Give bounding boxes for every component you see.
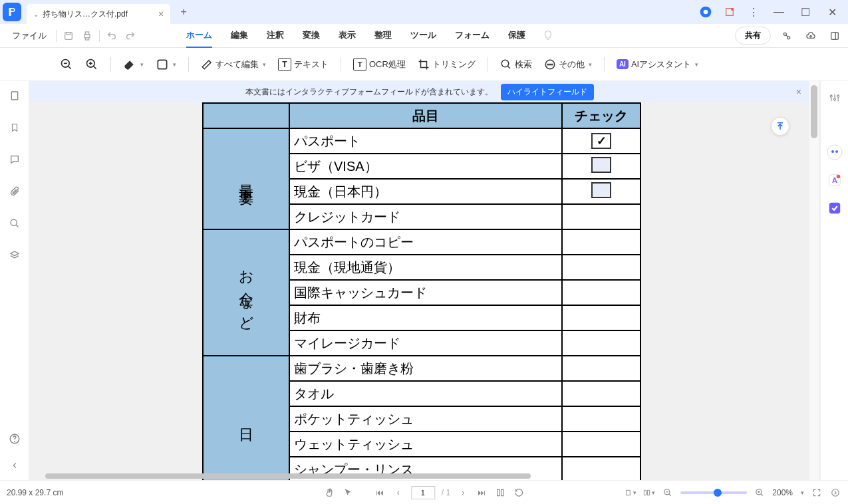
rotate-icon[interactable]: [513, 487, 525, 499]
cloud-icon[interactable]: [803, 28, 819, 44]
minimize-button[interactable]: —: [771, 4, 787, 20]
svg-line-12: [786, 35, 788, 37]
form-checkbox[interactable]: [591, 133, 611, 149]
zoom-out-status-icon[interactable]: [662, 487, 674, 499]
menu-tab-convert[interactable]: 変換: [303, 24, 320, 48]
document-area[interactable]: 本文書にはインタラクティブフォームフィールドが含まれています。 ハイライトフィー…: [29, 81, 820, 480]
svg-line-31: [16, 225, 18, 227]
horizontal-scrollbar[interactable]: [40, 472, 835, 480]
translate-icon[interactable]: A: [826, 172, 843, 189]
ai-chat-icon[interactable]: [826, 144, 843, 161]
close-window-button[interactable]: ✕: [824, 4, 840, 20]
first-page-icon[interactable]: ⏮: [374, 487, 386, 499]
search-button[interactable]: 検索: [500, 59, 532, 70]
new-tab-button[interactable]: +: [176, 4, 192, 20]
undo-icon[interactable]: [102, 27, 121, 45]
bookmark-icon[interactable]: [8, 121, 21, 134]
menu-tab-tool[interactable]: ツール: [410, 24, 436, 48]
collapse-left-icon[interactable]: [8, 459, 21, 472]
svg-rect-22: [158, 60, 166, 68]
svg-point-39: [833, 98, 835, 100]
highlighter-button[interactable]: ▾: [123, 58, 144, 71]
ocr-button[interactable]: TOCR処理: [353, 58, 406, 71]
print-icon[interactable]: [78, 27, 96, 45]
titlebar: ⌄ 持ち物リス…クス付.pdf × + ⋮ — ☐ ✕: [0, 0, 848, 24]
vertical-scrollbar[interactable]: [809, 81, 819, 480]
menu-tab-form[interactable]: フォーム: [455, 24, 490, 48]
edit-all-button[interactable]: すべて編集▾: [201, 59, 266, 70]
column-header-item: 品目: [289, 103, 562, 128]
more-icon[interactable]: ⋮: [747, 5, 760, 19]
svg-text:A: A: [832, 176, 837, 184]
menu-tab-view[interactable]: 表示: [339, 24, 356, 48]
fullscreen-icon[interactable]: [811, 487, 823, 499]
trimming-button[interactable]: トリミング: [418, 59, 476, 70]
menubar: ファイル ホーム 編集 注釈 変換 表示 整理 ツール フォーム 保護 共有: [0, 24, 848, 48]
close-tab-icon[interactable]: ×: [158, 9, 164, 19]
ai-assistant-button[interactable]: AIAIアシスタント▾: [617, 59, 698, 70]
panel-icon[interactable]: [827, 28, 843, 44]
check-cell: [562, 179, 640, 204]
comment-icon[interactable]: [8, 153, 21, 166]
zoom-in-button[interactable]: [85, 58, 98, 71]
left-rail: [0, 81, 29, 480]
svg-point-23: [501, 60, 509, 67]
other-button[interactable]: その他▾: [544, 59, 592, 70]
prev-page-icon[interactable]: ‹: [392, 487, 404, 499]
page-dimensions: 20.99 x 29.7 cm: [7, 488, 63, 497]
highlight-fields-button[interactable]: ハイライトフィールド: [501, 84, 594, 100]
share-button[interactable]: 共有: [735, 27, 771, 45]
search-panel-icon[interactable]: [8, 217, 21, 230]
zoom-in-status-icon[interactable]: [754, 487, 766, 499]
chevron-down-icon: ⌄: [33, 11, 39, 18]
item-cell: ウェットティッシュ: [289, 432, 562, 457]
help-icon[interactable]: [8, 432, 21, 445]
svg-line-24: [507, 66, 510, 68]
close-banner-icon[interactable]: ×: [796, 86, 801, 97]
app-circle-icon[interactable]: [699, 5, 712, 19]
collapse-right-icon[interactable]: [829, 487, 841, 499]
menu-tab-home[interactable]: ホーム: [186, 24, 212, 48]
menu-tab-comment[interactable]: 注釈: [267, 24, 284, 48]
attachment-icon[interactable]: [8, 185, 21, 198]
page-number-input[interactable]: [411, 486, 435, 499]
link-icon[interactable]: [779, 28, 795, 44]
notification-icon[interactable]: [723, 5, 736, 19]
hand-tool-icon[interactable]: [323, 487, 335, 499]
item-cell: パスポートのコピー: [289, 229, 562, 255]
next-page-icon[interactable]: ›: [457, 487, 469, 499]
form-checkbox[interactable]: [591, 182, 611, 198]
settings-icon[interactable]: [826, 89, 843, 106]
svg-rect-6: [84, 35, 90, 38]
app-logo[interactable]: [3, 3, 21, 21]
maximize-button[interactable]: ☐: [797, 4, 813, 20]
select-tool-icon[interactable]: [342, 487, 354, 499]
menu-tab-protect[interactable]: 保護: [508, 24, 525, 48]
page-layout-icon[interactable]: [494, 487, 506, 499]
redo-icon[interactable]: [121, 27, 140, 45]
section-label: お金など: [203, 229, 289, 356]
thumbnail-icon[interactable]: [8, 89, 21, 102]
read-mode-icon[interactable]: ▾: [643, 487, 655, 499]
file-menu[interactable]: ファイル: [5, 30, 53, 42]
last-page-icon[interactable]: ⏭: [476, 487, 488, 499]
fit-width-icon[interactable]: ▾: [625, 487, 636, 499]
menu-tab-organize[interactable]: 整理: [374, 24, 392, 48]
document-tab[interactable]: ⌄ 持ち物リス…クス付.pdf ×: [27, 4, 170, 24]
form-checkbox[interactable]: [591, 157, 611, 173]
menu-tab-edit[interactable]: 編集: [231, 24, 248, 48]
zoom-out-button[interactable]: [60, 58, 73, 71]
text-button[interactable]: Tテキスト: [278, 58, 329, 71]
check-cell: [562, 406, 640, 432]
shape-button[interactable]: ▾: [156, 58, 176, 71]
bulb-icon[interactable]: [539, 27, 557, 45]
save-icon[interactable]: [59, 27, 78, 45]
check-tool-icon[interactable]: [826, 199, 843, 217]
item-cell: クレジットカード: [289, 204, 562, 229]
item-cell: パスポート: [289, 128, 562, 154]
svg-rect-13: [831, 32, 839, 39]
layers-icon[interactable]: [8, 249, 21, 262]
zoom-slider[interactable]: [680, 491, 747, 494]
upload-floating-button[interactable]: [771, 117, 789, 136]
zoom-level[interactable]: 200%: [772, 488, 793, 497]
